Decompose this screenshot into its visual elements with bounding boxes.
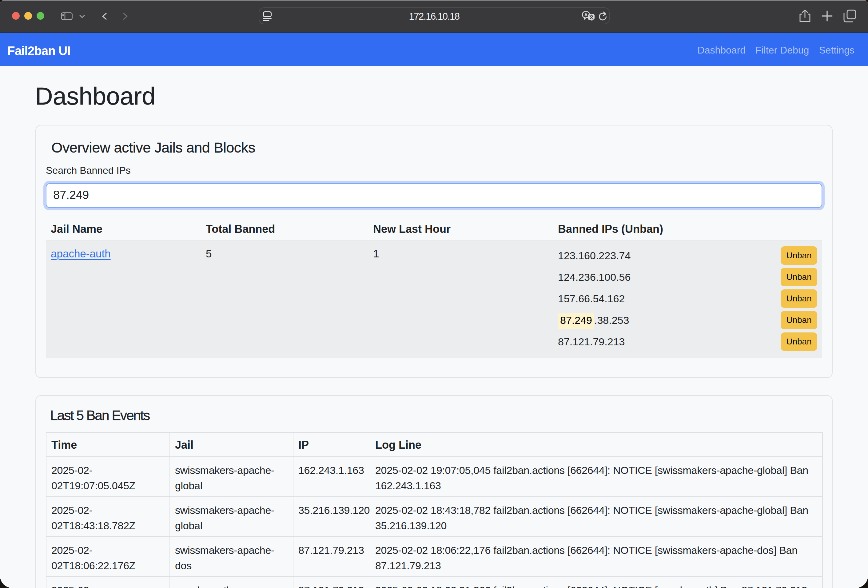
svg-text:A: A <box>585 12 588 17</box>
